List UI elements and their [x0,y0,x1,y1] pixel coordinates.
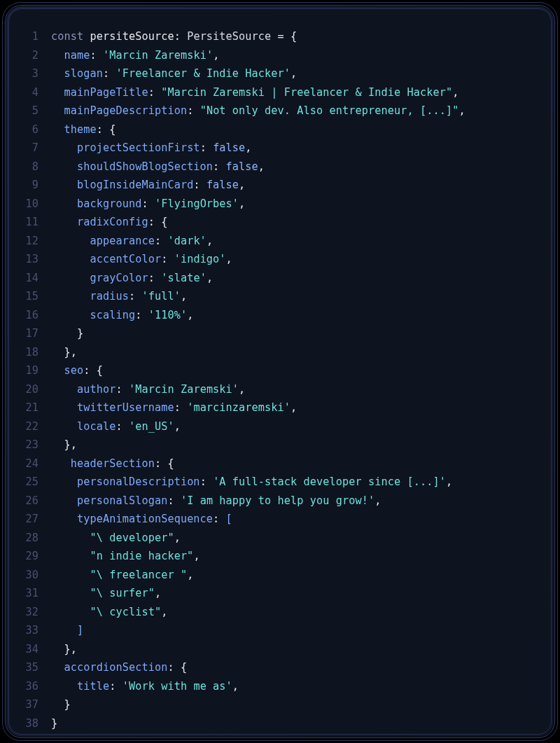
token-punc: , [374,494,381,507]
token-id: { [97,364,103,377]
code-line: 27 typeAnimationSequence: [ [22,510,538,529]
token-id [51,364,64,377]
code-line: 33 ] [22,621,538,640]
code-line: 38} [22,714,538,733]
token-str: "\ cyclist" [90,606,161,618]
token-prop: accordionSection [64,661,168,674]
line-content: } [51,714,538,733]
line-number: 27 [22,510,51,529]
token-punc: , [181,290,187,303]
token-prop: shouldShowBlogSection [77,160,213,173]
line-content: personalDescription: 'A full-stack devel… [51,473,538,492]
token-punc: : [174,30,188,43]
token-punc: : [97,123,110,136]
token-punc: : [115,383,129,396]
token-id [51,67,64,80]
token-id [51,513,77,525]
line-number: 16 [22,306,51,325]
token-str: "Marcin Zaremski | Freelancer & Indie Ha… [161,86,452,99]
code-line: 7 projectSectionFirst: false, [22,139,538,158]
token-id [51,383,77,396]
token-punc: , [290,67,297,80]
line-content: appearance: 'dark', [51,232,538,251]
code-line: 25 personalDescription: 'A full-stack de… [22,473,538,492]
token-prop: name [64,49,90,62]
code-line: 13 accentColor: 'indigo', [22,250,538,269]
token-str: 'marcinzaremski' [187,401,290,414]
token-id [51,104,64,117]
line-number: 11 [22,213,51,232]
token-punc: , [206,272,213,284]
token-punc: : [213,513,226,525]
token-prop: author [77,383,115,396]
line-number: 33 [22,621,51,640]
code-line: 12 appearance: 'dark', [22,232,538,251]
token-id [51,661,64,674]
token-id [51,532,90,544]
line-content: slogan: 'Freelancer & Indie Hacker', [51,64,538,83]
line-content: const persiteSource: PersiteSource = { [51,27,538,46]
token-punc: : [167,661,181,674]
token-punc: : [135,309,148,321]
line-number: 36 [22,677,51,696]
token-punc: , [232,680,239,693]
token-id [51,420,77,433]
token-prop: slogan [64,67,103,80]
token-punc: : [115,420,129,433]
token-id: }, [51,346,77,359]
token-id [51,494,77,507]
line-number: 15 [22,287,51,306]
token-punc: : [109,680,122,693]
line-number: 21 [22,398,51,417]
code-line: 32 "\ cyclist", [22,603,538,622]
code-line: 22 locale: 'en_US', [22,417,538,436]
token-str: 'en_US' [129,420,174,433]
line-content: personalSlogan: 'I am happy to help you … [51,492,538,511]
token-id [51,401,77,414]
token-punc: , [245,141,251,154]
line-number: 34 [22,640,51,659]
token-punc: : [174,401,188,414]
code-line: 4 mainPageTitle: "Marcin Zaremski | Free… [22,83,538,102]
code-line: 19 seo: { [22,361,538,380]
line-content: projectSectionFirst: false, [51,139,538,158]
token-bool: false [226,160,258,173]
code-line: 9 blogInsideMainCard: false, [22,176,538,195]
line-number: 23 [22,436,51,454]
line-content: "\ surfer", [51,584,538,603]
token-punc: : [193,179,206,191]
token-punc: , [290,401,297,414]
token-punc: : [148,272,162,284]
token-punc: : [83,364,97,377]
code-line: 11 radixConfig: { [22,213,538,232]
token-prop: seo [64,364,84,377]
token-str: 'Freelancer & Indie Hacker' [115,67,290,80]
token-id [51,624,77,637]
line-content: mainPageDescription: "Not only dev. Also… [51,102,538,120]
code-line: 20 author: 'Marcin Zaremski', [22,380,538,399]
line-content: background: 'FlyingOrbes', [51,195,538,214]
token-prop: typeAnimationSequence [77,513,213,525]
line-content: grayColor: 'slate', [51,269,538,288]
code-line: 35 accordionSection: { [22,658,538,677]
token-punc: : [200,475,214,488]
line-content: headerSection: { [51,454,538,473]
code-line: 34 }, [22,640,538,659]
token-punc: , [458,104,465,117]
line-number: 1 [22,27,51,46]
token-id [51,606,90,618]
line-number: 18 [22,343,51,362]
line-number: 6 [22,120,51,139]
token-str: "\ developer" [90,532,174,544]
token-id [51,587,90,599]
token-id [51,235,90,247]
token-punc: , [226,253,232,265]
token-prop: accentColor [90,253,161,265]
token-id: }, [51,643,77,655]
line-content: "\ cyclist", [51,603,538,622]
token-punc: , [206,235,213,247]
token-punc: , [258,160,265,173]
line-content: shouldShowBlogSection: false, [51,158,538,176]
code-line: 18 }, [22,343,538,362]
line-number: 31 [22,584,51,603]
